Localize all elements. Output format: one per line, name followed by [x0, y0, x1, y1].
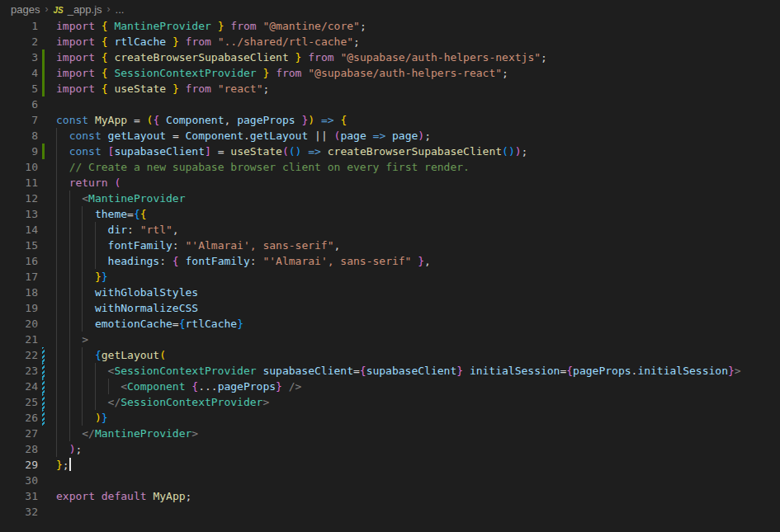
code-text[interactable]: import { useState } from "react"; — [56, 81, 269, 97]
line-number[interactable]: 24 — [0, 379, 38, 394]
code-text[interactable]: import { MantineProvider } from "@mantin… — [56, 18, 366, 34]
code-line[interactable]: 22{getLayout( — [0, 347, 780, 363]
code-line[interactable]: 32 — [0, 504, 780, 520]
code-line[interactable]: 3import { createBrowserSupabaseClient } … — [0, 49, 780, 65]
code-line[interactable]: 30 — [0, 473, 780, 488]
code-text[interactable]: emotionCache={rtlCache} — [56, 316, 243, 332]
line-number[interactable]: 4 — [0, 65, 38, 81]
code-line[interactable]: 9const [supabaseClient] = useState(() =>… — [0, 144, 780, 159]
line-number[interactable]: 5 — [0, 81, 38, 97]
git-added-marker[interactable] — [42, 81, 45, 97]
code-line[interactable]: 8const getLayout = Component.getLayout |… — [0, 128, 780, 144]
line-number[interactable]: 8 — [0, 128, 38, 144]
git-modified-marker[interactable] — [42, 347, 45, 363]
code-line[interactable]: 14dir: "rtl", — [0, 222, 780, 238]
line-number[interactable]: 30 — [0, 473, 38, 488]
line-number[interactable]: 7 — [0, 112, 38, 128]
line-number[interactable]: 19 — [0, 300, 38, 316]
line-number[interactable]: 12 — [0, 191, 38, 206]
code-line[interactable]: 1import { MantineProvider } from "@manti… — [0, 18, 780, 34]
line-number[interactable]: 10 — [0, 159, 38, 175]
code-text[interactable]: const getLayout = Component.getLayout ||… — [56, 128, 431, 144]
code-line[interactable]: 24<Component {...pageProps} /> — [0, 379, 780, 394]
code-text[interactable]: <SessionContextProvider supabaseClient={… — [56, 363, 741, 379]
code-line[interactable]: 25</SessionContextProvider> — [0, 394, 780, 410]
code-line[interactable]: 2import { rtlCache } from "../shared/rtl… — [0, 34, 780, 49]
line-number[interactable]: 23 — [0, 363, 38, 379]
line-number[interactable]: 31 — [0, 488, 38, 504]
line-number[interactable]: 27 — [0, 426, 38, 441]
code-text[interactable]: // Create a new supabase browser client … — [56, 159, 470, 175]
code-line[interactable]: 10// Create a new supabase browser clien… — [0, 159, 780, 175]
code-text[interactable]: fontFamily: "'Almarai', sans-serif", — [56, 238, 340, 253]
code-text[interactable]: ); — [56, 441, 82, 457]
git-modified-marker[interactable] — [42, 363, 45, 379]
code-line[interactable]: 15fontFamily: "'Almarai', sans-serif", — [0, 238, 780, 253]
code-text[interactable]: return ( — [56, 175, 121, 191]
line-number[interactable]: 26 — [0, 410, 38, 426]
line-number[interactable]: 11 — [0, 175, 38, 191]
code-text[interactable]: <MantineProvider — [56, 191, 186, 206]
code-text[interactable]: withGlobalStyles — [56, 285, 198, 300]
code-line[interactable]: 20emotionCache={rtlCache} — [0, 316, 780, 332]
line-number[interactable]: 18 — [0, 285, 38, 300]
code-line[interactable]: 26)} — [0, 410, 780, 426]
code-text[interactable]: }} — [56, 269, 108, 285]
code-line[interactable]: 27</MantineProvider> — [0, 426, 780, 441]
breadcrumb-item-file[interactable]: JS_app.js — [53, 3, 102, 16]
line-number[interactable]: 20 — [0, 316, 38, 332]
line-number[interactable]: 3 — [0, 49, 38, 65]
code-line[interactable]: 29}; — [0, 457, 780, 473]
code-text[interactable]: import { SessionContextProvider } from "… — [56, 65, 508, 81]
code-text[interactable]: const [supabaseClient] = useState(() => … — [56, 144, 527, 159]
code-text[interactable]: )} — [56, 410, 108, 426]
git-added-marker[interactable] — [42, 65, 45, 81]
git-added-marker[interactable] — [42, 49, 45, 65]
code-line[interactable]: 4import { SessionContextProvider } from … — [0, 65, 780, 81]
line-number[interactable]: 13 — [0, 206, 38, 222]
code-text[interactable]: </MantineProvider> — [56, 426, 198, 441]
code-line[interactable]: 21> — [0, 332, 780, 347]
code-text[interactable]: export default MyApp; — [56, 488, 191, 504]
code-line[interactable]: 12<MantineProvider — [0, 191, 780, 206]
code-text[interactable]: withNormalizeCSS — [56, 300, 198, 316]
code-text[interactable]: import { rtlCache } from "../shared/rtl-… — [56, 34, 360, 49]
git-modified-marker[interactable] — [42, 394, 45, 410]
code-text[interactable]: </SessionContextProvider> — [56, 394, 269, 410]
code-line[interactable]: 11return ( — [0, 175, 780, 191]
breadcrumb-item-folder[interactable]: pages — [11, 3, 40, 16]
code-text[interactable]: headings: { fontFamily: "'Almarai', sans… — [56, 253, 431, 269]
git-modified-marker[interactable] — [42, 410, 45, 426]
code-line[interactable]: 31export default MyApp; — [0, 488, 780, 504]
code-line[interactable]: 5import { useState } from "react"; — [0, 81, 780, 97]
line-number[interactable]: 28 — [0, 441, 38, 457]
code-line[interactable]: 19withNormalizeCSS — [0, 300, 780, 316]
line-number[interactable]: 17 — [0, 269, 38, 285]
code-text[interactable]: const MyApp = ({ Component, pageProps })… — [56, 112, 347, 128]
line-number[interactable]: 9 — [0, 144, 38, 159]
line-number[interactable]: 25 — [0, 394, 38, 410]
line-number[interactable]: 2 — [0, 34, 38, 49]
code-text[interactable]: <Component {...pageProps} /> — [56, 379, 301, 394]
code-text[interactable]: {getLayout( — [56, 347, 166, 363]
code-editor[interactable]: 1import { MantineProvider } from "@manti… — [0, 18, 780, 520]
code-line[interactable]: 18withGlobalStyles — [0, 285, 780, 300]
line-number[interactable]: 22 — [0, 347, 38, 363]
line-number[interactable]: 32 — [0, 504, 38, 520]
code-text[interactable]: > — [56, 332, 88, 347]
git-added-marker[interactable] — [42, 144, 45, 159]
line-number[interactable]: 1 — [0, 18, 38, 34]
code-line[interactable]: 23<SessionContextProvider supabaseClient… — [0, 363, 780, 379]
line-number[interactable]: 14 — [0, 222, 38, 238]
code-line[interactable]: 28); — [0, 441, 780, 457]
line-number[interactable]: 15 — [0, 238, 38, 253]
line-number[interactable]: 16 — [0, 253, 38, 269]
code-line[interactable]: 7const MyApp = ({ Component, pageProps }… — [0, 112, 780, 128]
line-number[interactable]: 21 — [0, 332, 38, 347]
breadcrumb-item-symbol[interactable]: ... — [116, 3, 125, 16]
code-line[interactable]: 6 — [0, 97, 780, 112]
code-text[interactable]: theme={{ — [56, 206, 147, 222]
code-text[interactable]: dir: "rtl", — [56, 222, 179, 238]
line-number[interactable]: 29 — [0, 457, 38, 473]
code-line[interactable]: 17}} — [0, 269, 780, 285]
